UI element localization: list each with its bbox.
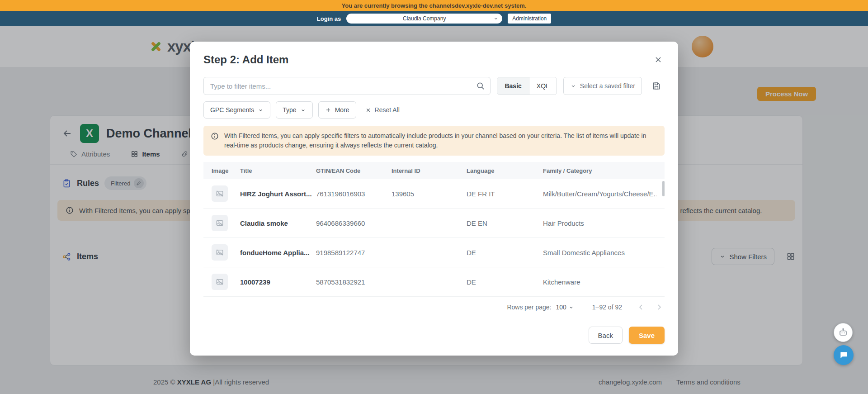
caret-down-icon: [568, 304, 574, 310]
item-language: DE: [467, 278, 543, 286]
more-filters-button[interactable]: More: [318, 101, 356, 119]
item-language: DE EN: [467, 219, 543, 227]
caret-down-icon: [258, 107, 264, 113]
add-item-modal: Step 2: Add Item Basic XQL Select a save…: [190, 42, 678, 356]
table-row[interactable]: Claudia smoke 9640686339660 DE EN Hair P…: [203, 209, 665, 238]
item-title: 10007239: [240, 278, 316, 286]
chat-icon: [839, 351, 848, 360]
type-filter[interactable]: Type: [276, 101, 312, 119]
table-scrollbar[interactable]: [662, 181, 665, 196]
saved-filter-select[interactable]: Select a saved filter: [563, 77, 642, 95]
chevron-left-icon[interactable]: [636, 302, 646, 313]
item-family: Hair Products: [543, 219, 656, 227]
reset-all-button[interactable]: Reset All: [362, 101, 403, 119]
filtered-items-alert: With Filtered Items, you can apply speci…: [203, 126, 665, 156]
item-internal-id: 139605: [392, 190, 467, 198]
info-icon: [211, 132, 219, 150]
login-as-label: Login as: [317, 15, 341, 22]
item-family: Small Domestic Appliances: [543, 249, 656, 256]
item-filter-input[interactable]: [203, 77, 491, 95]
mode-xql-button[interactable]: XQL: [529, 77, 557, 95]
robot-icon: [838, 327, 849, 338]
table-pagination: Rows per page: 100 1–92 of 92: [203, 297, 665, 318]
item-gtin: 9198589122747: [316, 249, 392, 256]
item-family: Kitchenware: [543, 278, 656, 286]
filtered-items-alert-text: With Filtered Items, you can apply speci…: [224, 131, 657, 150]
query-mode-toggle: Basic XQL: [497, 77, 557, 95]
no-image-icon: [212, 244, 228, 261]
close-icon[interactable]: [652, 53, 665, 66]
table-row[interactable]: 10007239 5870531832921 DE Kitchenware: [203, 267, 665, 297]
back-button[interactable]: Back: [589, 327, 623, 344]
chat-button[interactable]: [834, 345, 854, 365]
caret-down-icon: [570, 83, 576, 89]
no-image-icon: [212, 185, 228, 202]
item-language: DE FR IT: [467, 190, 543, 198]
saved-filter-label: Select a saved filter: [580, 82, 635, 90]
search-icon: [476, 81, 485, 90]
item-title: fondueHome Applia...: [240, 249, 316, 256]
reset-icon: [365, 107, 371, 113]
items-table: Image Title GTIN/EAN Code Internal ID La…: [203, 162, 665, 297]
rows-per-page-label: Rows per page:: [507, 304, 551, 311]
environment-banner-text: You are currently browsing the channelsd…: [342, 2, 527, 9]
caret-down-icon: [300, 107, 306, 113]
table-row[interactable]: fondueHome Applia... 9198589122747 DE Sm…: [203, 238, 665, 267]
item-gtin: 7613196016903: [316, 190, 392, 198]
pagination-range: 1–92 of 92: [592, 304, 622, 311]
items-table-header: Image Title GTIN/EAN Code Internal ID La…: [203, 162, 665, 179]
assistant-bot-button[interactable]: [834, 323, 853, 342]
item-title: Claudia smoke: [240, 219, 316, 227]
plus-icon: [325, 107, 331, 113]
item-family: Milk/Butter/Cream/Yogurts/Cheese/E...: [543, 190, 656, 198]
item-language: DE: [467, 249, 543, 256]
administration-link[interactable]: Administration: [508, 14, 551, 24]
gpc-segments-filter[interactable]: GPC Segments: [203, 101, 270, 119]
item-gtin: 5870531832921: [316, 278, 392, 286]
save-button[interactable]: Save: [629, 327, 665, 344]
admin-bar: Login as Claudia Company Administration: [0, 11, 868, 26]
item-title: HIRZ Joghurt Assort...: [240, 190, 316, 198]
mode-basic-button[interactable]: Basic: [497, 77, 529, 95]
rows-per-page-select[interactable]: 100: [556, 304, 574, 311]
chevron-right-icon[interactable]: [654, 302, 665, 313]
item-gtin: 9640686339660: [316, 219, 392, 227]
table-row[interactable]: HIRZ Joghurt Assort... 7613196016903 139…: [203, 179, 665, 209]
company-select[interactable]: Claudia Company: [346, 14, 502, 24]
caret-down-icon: [493, 16, 499, 21]
modal-title: Step 2: Add Item: [203, 53, 288, 66]
no-image-icon: [212, 215, 228, 231]
environment-banner: You are currently browsing the channelsd…: [0, 0, 868, 11]
no-image-icon: [212, 274, 228, 290]
save-filter-icon-button[interactable]: [648, 77, 665, 95]
company-select-value: Claudia Company: [403, 15, 446, 22]
